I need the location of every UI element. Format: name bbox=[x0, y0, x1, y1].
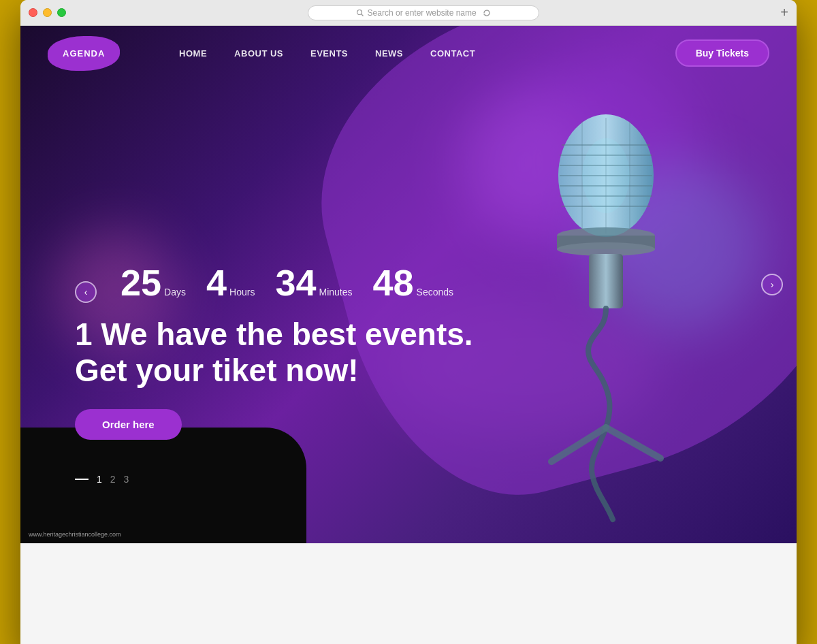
navbar: AGENDA HOME ABOUT US EVENTS NEWS CONTACT… bbox=[20, 26, 797, 80]
nav-home[interactable]: HOME bbox=[179, 48, 207, 59]
address-input[interactable]: Search or enter website name bbox=[308, 5, 539, 20]
order-here-button[interactable]: Order here bbox=[75, 409, 182, 440]
hero-section: AGENDA HOME ABOUT US EVENTS NEWS CONTACT… bbox=[20, 26, 797, 543]
next-slide-button[interactable]: › bbox=[761, 274, 783, 295]
days-number: 25 bbox=[121, 264, 161, 301]
browser-titlebar: Search or enter website name + bbox=[20, 0, 797, 26]
headline-line2: Get your tiket now! bbox=[75, 353, 359, 388]
seconds-number: 48 bbox=[373, 264, 414, 301]
svg-rect-16 bbox=[589, 254, 623, 308]
svg-point-20 bbox=[582, 138, 630, 213]
nav-events[interactable]: EVENTS bbox=[310, 48, 348, 59]
svg-line-1 bbox=[361, 14, 363, 16]
slide-dash bbox=[75, 479, 89, 480]
buy-tickets-button[interactable]: Buy Tickets bbox=[675, 39, 769, 67]
days-counter: 25 Days bbox=[121, 264, 186, 301]
slide-2[interactable]: 2 bbox=[110, 474, 116, 485]
reload-icon[interactable] bbox=[483, 9, 491, 17]
slide-indicators: 1 2 3 bbox=[75, 474, 473, 485]
microphone-illustration bbox=[470, 80, 756, 543]
seconds-counter: 48 Seconds bbox=[373, 264, 454, 301]
browser-window: Search or enter website name + bbox=[20, 0, 797, 644]
nav-news[interactable]: NEWS bbox=[375, 48, 403, 59]
svg-line-18 bbox=[606, 428, 660, 458]
hours-counter: 4 Hours bbox=[206, 264, 255, 301]
logo[interactable]: AGENDA bbox=[48, 36, 120, 71]
prev-slide-button[interactable]: ‹ bbox=[75, 281, 97, 303]
search-icon bbox=[356, 9, 364, 17]
svg-point-0 bbox=[357, 10, 362, 14]
nav-links: HOME ABOUT US EVENTS NEWS CONTACT bbox=[179, 48, 475, 59]
hero-headline: 1 We have the best events. Get your tike… bbox=[75, 317, 473, 389]
hero-content: ‹ 25 Days 4 Hours 34 Minutes 48 Seconds bbox=[75, 264, 473, 485]
new-tab-button[interactable]: + bbox=[780, 5, 788, 20]
minutes-number: 34 bbox=[275, 264, 316, 301]
below-website-section bbox=[20, 543, 797, 644]
address-text: Search or enter website name bbox=[368, 8, 477, 18]
hours-label: Hours bbox=[229, 287, 255, 297]
slide-1[interactable]: 1 bbox=[97, 474, 102, 485]
countdown-timer: ‹ 25 Days 4 Hours 34 Minutes 48 Seconds bbox=[75, 264, 473, 303]
nav-contact[interactable]: CONTACT bbox=[430, 48, 475, 59]
slide-3[interactable]: 3 bbox=[124, 474, 129, 485]
headline-line1: 1 We have the best events. bbox=[75, 317, 473, 352]
nav-about[interactable]: ABOUT US bbox=[234, 48, 283, 59]
hours-number: 4 bbox=[206, 264, 227, 301]
maximize-button[interactable] bbox=[57, 8, 66, 17]
seconds-label: Seconds bbox=[417, 287, 453, 297]
minimize-button[interactable] bbox=[43, 8, 52, 17]
footer-url: www.heritagechristiancollege.com bbox=[29, 531, 121, 538]
address-bar-container: Search or enter website name bbox=[112, 5, 734, 20]
minutes-label: Minutes bbox=[319, 287, 352, 297]
minutes-counter: 34 Minutes bbox=[275, 264, 352, 301]
days-label: Days bbox=[164, 287, 186, 297]
close-button[interactable] bbox=[29, 8, 37, 17]
